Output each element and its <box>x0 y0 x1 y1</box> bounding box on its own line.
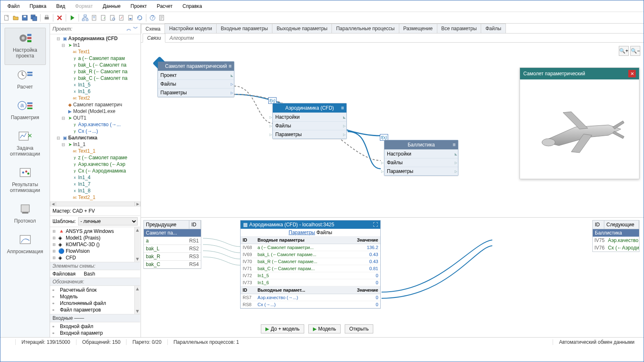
menu-file[interactable]: Файл <box>2 2 25 11</box>
table-row[interactable]: bak_RRS3 <box>144 253 201 261</box>
tree-node[interactable]: xIn1_8 <box>52 187 140 194</box>
table-row[interactable]: bak_LRS2 <box>144 245 201 253</box>
table-row[interactable]: IV72In1_50 <box>241 272 380 279</box>
menu-calc[interactable]: Расчет <box>152 2 177 11</box>
zoom-out-icon[interactable]: 🔍− <box>630 46 640 56</box>
tree-node[interactable]: yАэр.качество (←Аэр <box>52 161 140 168</box>
menu-data[interactable]: Данные <box>98 2 125 11</box>
tree-node[interactable]: ▶Model (Model1.exe <box>52 108 140 115</box>
node-row[interactable]: Параметры <box>160 90 187 96</box>
node-row[interactable]: Параметры <box>275 132 302 137</box>
hamburger-icon[interactable]: ≡ <box>453 142 456 148</box>
tree-node[interactable]: xIn1_6 <box>52 88 140 95</box>
tree-body[interactable]: ⊟▣Аэродинамика (CFD⊟➤In1acText1ya (←Само… <box>50 34 141 201</box>
templates-select[interactable]: - личные <box>78 217 138 225</box>
menu-edit[interactable]: Правка <box>25 2 52 11</box>
sidebar-item-optimization[interactable]: Задача оптимизации <box>5 126 46 163</box>
menu-view[interactable]: Вид <box>51 2 70 11</box>
node-row[interactable]: Файлы <box>387 160 403 165</box>
tab-files[interactable]: Файлы <box>481 24 506 33</box>
btn-open[interactable]: Открыть <box>345 324 373 333</box>
save-all-icon[interactable] <box>30 14 38 22</box>
sidebar-item-results[interactable]: Результаты оптимизации <box>5 163 46 199</box>
table-row[interactable]: IV71bak_C (←Самолет парам...0.81 <box>241 265 380 272</box>
template-item[interactable]: ⊞◈КОМПАС-3D () <box>52 241 133 248</box>
subtab-algorithm[interactable]: Алгоритм <box>165 34 198 42</box>
params-link[interactable]: Параметры <box>289 230 315 235</box>
collapse-down-icon[interactable]: ︾ <box>133 25 138 32</box>
tab-parallel[interactable]: Параллельные процессы <box>332 24 399 33</box>
node-ballistics[interactable]: Баллистика ≡ Настройки◣ ▷Файлы▷ ▷Парамет… <box>384 140 458 176</box>
tree-node[interactable]: acText2_1 <box>52 194 140 201</box>
menu-project[interactable]: Проект <box>126 2 152 11</box>
doc1-icon[interactable] <box>90 14 98 22</box>
diagram-canvas[interactable]: 🔍+ 🔍− Самолет параметрический ≡ Проект◣ … <box>141 43 644 217</box>
doc3-icon[interactable] <box>108 14 117 22</box>
template-item[interactable]: ⊞🔵FlowVision <box>52 248 133 254</box>
preview-panel[interactable]: Самолет параметрический ✕ <box>520 67 639 179</box>
tree-node[interactable]: ⊟➤In1_1 <box>52 141 140 148</box>
delete-icon[interactable] <box>55 14 64 22</box>
tree-node[interactable]: ⊟▣Аэродинамика (CFD <box>52 35 140 42</box>
tree-node[interactable]: ◆Самолет параметрич <box>52 101 140 108</box>
table-row[interactable]: aRS1 <box>144 237 201 245</box>
tree-node[interactable]: ⊟➤In1 <box>52 42 140 48</box>
table-row[interactable]: bak_CRS4 <box>144 261 201 269</box>
node-aero[interactable]: Аэродинамика (CFD) ≡ ▷Настройки◣ ▷Файлы▷… <box>272 103 347 139</box>
run-icon[interactable] <box>68 14 76 22</box>
table-row[interactable]: IV70bak_R (←Самолет параме...0.43 <box>241 258 380 265</box>
templates-list[interactable]: ⊞🔺ANSYS для Windows⊞◈Model1 (Praxis)⊞◈КО… <box>50 227 134 262</box>
table-row[interactable]: IV68a (←Самолет параметри...136.2 <box>241 244 380 251</box>
template-item[interactable]: ⊞🔺ANSYS для Windows <box>52 228 133 235</box>
node-row[interactable]: Файлы <box>160 81 176 87</box>
table-row[interactable]: IV75Аэр.качество (... <box>593 237 639 244</box>
tree-node[interactable]: xIn1_7 <box>52 181 140 187</box>
tree-icon[interactable] <box>81 14 89 22</box>
tab-schema[interactable]: Схема <box>141 24 165 34</box>
vscroll[interactable]: ▲▼ <box>134 227 140 262</box>
tree-node[interactable]: acText1 <box>52 48 140 55</box>
tree-node[interactable]: ybak_L (←Самолет па <box>52 62 140 68</box>
hamburger-icon[interactable]: ≡ <box>229 63 231 69</box>
sidebar-item-project-settings[interactable]: Настройка проекта <box>5 28 46 65</box>
table-row[interactable]: IV73In1_60 <box>241 279 380 286</box>
close-icon[interactable]: ✕ <box>628 70 636 77</box>
tree-node[interactable]: ⊟▣Баллистика <box>52 134 140 141</box>
elem-tab-file[interactable]: Файловая <box>52 271 76 277</box>
selected-prev[interactable]: Самолет па... <box>144 229 189 237</box>
refresh-icon[interactable] <box>136 14 144 22</box>
sidebar-item-calc[interactable]: Расчет <box>5 65 46 96</box>
notes-icon[interactable] <box>157 14 166 22</box>
tree-node[interactable]: yCx (→...) <box>52 128 140 134</box>
subtab-links[interactable]: Связи <box>143 34 165 43</box>
sidebar-item-parametry[interactable]: a Параметрия <box>5 96 46 126</box>
node-row[interactable]: Настройки <box>275 114 300 120</box>
param-block[interactable]: ▦ Аэродинамика (CFD) - localhost:3425 ⛶ … <box>240 220 381 309</box>
btn-do-model[interactable]: ▶До + модель <box>261 324 304 333</box>
next-table[interactable]: ID Следующие Баллистика IV75Аэр.качество… <box>592 220 639 252</box>
preview-3d-view[interactable] <box>520 79 639 179</box>
template-item[interactable]: ⊞◈CFD <box>52 254 133 261</box>
tree-node[interactable]: yCx (←Аэродинамика <box>52 168 140 174</box>
tab-output-params[interactable]: Выходные параметры <box>272 24 332 33</box>
tree-node[interactable]: acText1_1 <box>52 148 140 154</box>
save-icon[interactable] <box>21 14 29 22</box>
help-icon[interactable]: ? <box>148 14 157 22</box>
tree-node[interactable]: xIn1_4 <box>52 174 140 181</box>
tree-node[interactable]: yАэр.качество (→... <box>52 121 140 128</box>
node-row[interactable]: Настройки <box>387 151 411 157</box>
tree-node[interactable]: acText2 <box>52 95 140 101</box>
doc4-icon[interactable] <box>117 14 126 22</box>
tree-node[interactable]: ybak_C (←Самолет па <box>52 75 140 82</box>
table-row[interactable]: RS7Аэр.качество (→...)0 <box>241 294 380 301</box>
node-row[interactable]: Параметры <box>387 168 413 174</box>
previous-table[interactable]: Предыдущие ID Самолет па... aRS1bak_LRS2… <box>143 220 201 269</box>
doc2-icon[interactable] <box>99 14 107 22</box>
tab-model-settings[interactable]: Настройки модели <box>165 24 217 33</box>
print-icon[interactable] <box>43 14 51 22</box>
tree-node[interactable]: yz (←Самолет параме <box>52 154 140 161</box>
table-row[interactable]: RS8Cx (→...)0 <box>241 301 380 308</box>
tab-placement[interactable]: Размещение <box>399 24 437 33</box>
menu-help[interactable]: Справка <box>177 2 207 11</box>
sidebar-item-protocol[interactable]: Протокол <box>5 199 46 230</box>
